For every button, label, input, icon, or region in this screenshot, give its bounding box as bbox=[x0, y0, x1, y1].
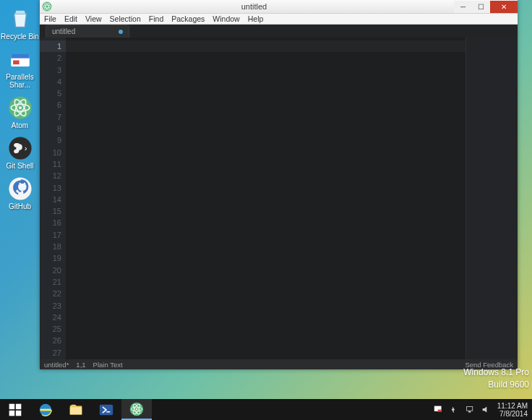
line-number[interactable]: 21 bbox=[40, 276, 61, 288]
window-title: untitled bbox=[54, 2, 454, 11]
line-number[interactable]: 13 bbox=[40, 182, 61, 194]
line-number[interactable]: 1 bbox=[40, 40, 66, 52]
minimize-button[interactable]: ─ bbox=[454, 1, 472, 13]
watermark-line1: Windows 8.1 Pro bbox=[463, 367, 529, 379]
line-number[interactable]: 14 bbox=[40, 194, 61, 205]
active-line-highlight bbox=[66, 40, 466, 52]
svg-rect-29 bbox=[467, 406, 473, 411]
line-number[interactable]: 22 bbox=[40, 288, 61, 299]
line-number[interactable]: 25 bbox=[40, 323, 61, 335]
line-number[interactable]: 16 bbox=[40, 217, 61, 228]
line-number[interactable]: 23 bbox=[40, 300, 61, 312]
maximize-button[interactable]: ☐ bbox=[472, 1, 490, 13]
line-number[interactable]: 20 bbox=[40, 265, 61, 276]
code-region: 1234567891011121314151617181920212223242… bbox=[40, 38, 518, 359]
line-number[interactable]: 12 bbox=[40, 170, 61, 181]
desktop-icons-column: Recycle Bin Parallels Shar... Atom › Git… bbox=[0, 0, 40, 210]
menu-window[interactable]: Window bbox=[213, 14, 239, 23]
line-number[interactable]: 18 bbox=[40, 241, 61, 252]
tray-network-icon[interactable] bbox=[466, 405, 476, 415]
menu-help[interactable]: Help bbox=[248, 14, 264, 23]
line-number-gutter[interactable]: 1234567891011121314151617181920212223242… bbox=[40, 38, 66, 359]
svg-rect-16 bbox=[16, 403, 22, 409]
line-number[interactable]: 7 bbox=[40, 111, 61, 123]
tab-bar: untitled bbox=[40, 25, 518, 38]
svg-rect-2 bbox=[13, 60, 19, 64]
atom-app-icon bbox=[40, 0, 54, 14]
clock-time: 11:12 AM bbox=[497, 402, 528, 410]
atom-window: untitled ─ ☐ ✕ File Edit View Selection … bbox=[40, 0, 518, 369]
menu-find[interactable]: Find bbox=[149, 14, 163, 23]
menu-file[interactable]: File bbox=[44, 14, 56, 23]
watermark-line2: Build 9600 bbox=[463, 379, 529, 391]
line-number[interactable]: 10 bbox=[40, 147, 61, 158]
taskbar-clock[interactable]: 11:12 AM 7/8/2014 bbox=[497, 402, 528, 418]
menu-selection[interactable]: Selection bbox=[110, 14, 141, 23]
editor-area: untitled 1234567891011121314151617181920… bbox=[40, 25, 518, 369]
taskbar-atom[interactable] bbox=[121, 399, 152, 420]
folder-icon bbox=[7, 46, 33, 72]
line-number[interactable]: 15 bbox=[40, 205, 61, 217]
line-number[interactable]: 26 bbox=[40, 335, 61, 346]
desktop-icon-label: Atom bbox=[12, 121, 28, 129]
github-icon bbox=[7, 176, 33, 202]
line-number[interactable]: 5 bbox=[40, 87, 61, 99]
start-button[interactable] bbox=[0, 399, 30, 420]
desktop-icon-label: GitHub bbox=[9, 202, 31, 210]
recycle-bin-icon bbox=[7, 6, 33, 32]
status-cursor-position[interactable]: 1,1 bbox=[76, 361, 85, 369]
desktop-icon-label: Git Shell bbox=[7, 162, 34, 170]
line-number[interactable]: 4 bbox=[40, 76, 61, 87]
taskbar-powershell[interactable] bbox=[91, 399, 121, 420]
tab-modified-indicator-icon bbox=[119, 30, 123, 34]
menu-edit[interactable]: Edit bbox=[64, 14, 77, 23]
line-number[interactable]: 17 bbox=[40, 229, 61, 241]
status-language[interactable]: Plain Text bbox=[93, 361, 123, 369]
taskbar-file-explorer[interactable] bbox=[61, 399, 91, 420]
svg-point-26 bbox=[136, 408, 138, 410]
svg-rect-1 bbox=[11, 54, 30, 59]
tray-power-icon[interactable] bbox=[450, 405, 460, 415]
system-tray: 11:12 AM 7/8/2014 bbox=[429, 399, 532, 420]
line-number[interactable]: 8 bbox=[40, 123, 61, 134]
desktop-icon-git-shell[interactable]: › Git Shell bbox=[0, 135, 40, 170]
tray-volume-icon[interactable] bbox=[481, 405, 492, 415]
svg-rect-15 bbox=[9, 403, 15, 409]
desktop-icon-parallels-shared[interactable]: Parallels Shar... bbox=[0, 46, 40, 89]
line-number[interactable]: 24 bbox=[40, 312, 61, 323]
status-bar: untitled* 1,1 Plain Text Send Feedback bbox=[40, 359, 518, 369]
line-number[interactable]: 9 bbox=[40, 134, 61, 146]
titlebar[interactable]: untitled ─ ☐ ✕ bbox=[40, 0, 518, 14]
line-number[interactable]: 19 bbox=[40, 252, 61, 264]
text-editor[interactable] bbox=[66, 38, 466, 359]
taskbar: 11:12 AM 7/8/2014 bbox=[0, 399, 532, 420]
minimap-area[interactable] bbox=[466, 38, 518, 359]
svg-rect-18 bbox=[16, 410, 22, 416]
menu-packages[interactable]: Packages bbox=[171, 14, 205, 23]
svg-rect-28 bbox=[438, 410, 442, 412]
atom-icon bbox=[7, 95, 33, 121]
svg-point-11 bbox=[43, 2, 52, 12]
git-shell-icon: › bbox=[7, 135, 33, 161]
tray-flag-icon[interactable] bbox=[434, 405, 444, 415]
windows-watermark: Windows 8.1 Pro Build 9600 bbox=[463, 367, 529, 391]
desktop-icon-github[interactable]: GitHub bbox=[0, 176, 40, 210]
desktop-icon-atom[interactable]: Atom bbox=[0, 95, 40, 129]
clock-date: 7/8/2014 bbox=[497, 410, 528, 418]
editor-tab[interactable]: untitled bbox=[46, 25, 129, 38]
svg-rect-17 bbox=[9, 410, 15, 416]
taskbar-ie[interactable] bbox=[30, 399, 61, 420]
line-number[interactable]: 6 bbox=[40, 99, 61, 111]
line-number[interactable]: 11 bbox=[40, 158, 61, 170]
line-number[interactable]: 2 bbox=[40, 52, 61, 64]
desktop-icon-label: Parallels Shar... bbox=[0, 73, 40, 89]
line-number[interactable]: 3 bbox=[40, 64, 61, 76]
tab-label: untitled bbox=[52, 27, 75, 35]
svg-text:›: › bbox=[24, 144, 27, 153]
status-filename[interactable]: untitled* bbox=[44, 361, 69, 369]
svg-rect-30 bbox=[468, 411, 471, 413]
desktop-icon-recycle-bin[interactable]: Recycle Bin bbox=[0, 6, 40, 40]
line-number[interactable]: 27 bbox=[40, 347, 61, 359]
close-button[interactable]: ✕ bbox=[490, 1, 518, 13]
menu-view[interactable]: View bbox=[85, 14, 102, 23]
